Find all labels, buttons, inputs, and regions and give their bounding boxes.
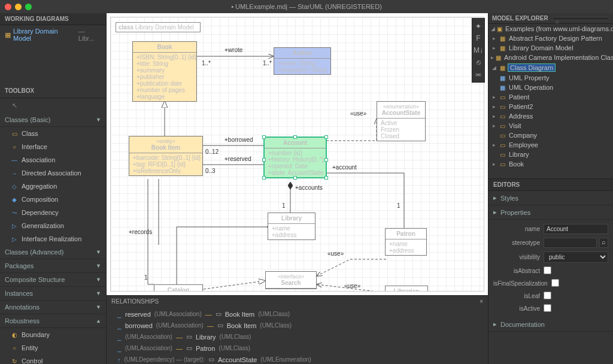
svg-text:«use»: «use» [350, 110, 367, 117]
class-icon: ▭ [11, 131, 18, 137]
ireal-icon: ▷ [11, 236, 18, 242]
prop-visibility-select[interactable]: public [544, 251, 608, 263]
svg-text:+records: +records [129, 229, 152, 235]
class-library[interactable]: Library +name +address [268, 213, 315, 240]
tb-generalization[interactable]: ▷Generalization [0, 219, 106, 232]
toolbox-section-annotations[interactable]: Annotations▼ [0, 301, 106, 314]
puzzle-icon[interactable]: ✦ [475, 22, 481, 31]
svg-text:+accounts: +accounts [295, 184, 323, 191]
prop-name-input[interactable] [544, 224, 608, 234]
tb-interface-realization[interactable]: ▷Interface Realization [0, 232, 106, 245]
svg-text:0..12: 0..12 [205, 148, 219, 155]
tree-item[interactable]: ▸▭Visit [488, 121, 613, 131]
tb-dependency[interactable]: ⤳Dependency [0, 206, 106, 219]
tree-item[interactable]: ▸▭Book [488, 159, 613, 169]
toolbox-section-basic[interactable]: Classes (Basic)▼ [0, 113, 106, 127]
class-book[interactable]: Book +ISBN: String[0..1] {id} +title: St… [132, 41, 197, 102]
editors-title: EDITORS [488, 179, 613, 191]
toolbox-section-robustness[interactable]: Robustness▲ [0, 314, 106, 328]
model-explorer-search[interactable] [552, 17, 609, 20]
tb-directed-association[interactable]: →Directed Association [0, 166, 106, 180]
tree-item[interactable]: ▸▦Android Camera Implementation Class [488, 53, 613, 62]
assoc-icon: — [11, 157, 18, 163]
prop-isfinal-check[interactable] [551, 279, 559, 287]
interface-search[interactable]: «interface»Search [265, 271, 317, 289]
class-book-item[interactable]: «entity»Book Item +barcode: String[0..1]… [129, 136, 203, 176]
share-icon[interactable]: ⫘ [475, 70, 482, 78]
svg-text:+account: +account [332, 164, 357, 171]
rel-row[interactable]: ⎯reserved(UMLAssociation)—▭Book Item(UML… [107, 308, 488, 320]
boundary-icon: ◐ [11, 332, 18, 338]
working-diagrams-title: WORKING DIAGRAMS [0, 13, 106, 25]
prop-isabstract-check[interactable] [544, 266, 551, 274]
titlebar: • UMLExample.mdj — StarUML (UNREGISTERED… [0, 0, 613, 13]
svg-line-17 [204, 281, 265, 289]
md-icon[interactable]: M↓ [474, 46, 483, 54]
link-icon[interactable]: ⎋ [477, 58, 481, 66]
tb-association[interactable]: —Association [0, 153, 106, 166]
model-explorer-tree: ◢▣Examples (from www.uml-diagrams.org) ▸… [488, 24, 613, 178]
tb-control[interactable]: ↻Control [0, 354, 106, 364]
stereo-search-button[interactable]: ⌕ [599, 238, 608, 248]
class-account[interactable]: Account +number {id} +history: History[0… [264, 137, 326, 178]
tree-item[interactable]: ▸▦Library Domain Model [488, 43, 613, 53]
prop-isleaf-check[interactable] [544, 292, 551, 299]
toolbox-section-composite[interactable]: Composite Structure▼ [0, 273, 106, 287]
traffic-lights[interactable] [5, 4, 32, 10]
center: class Library Domain Model +wrote 1..* 1… [107, 13, 488, 364]
enum-account-state[interactable]: «enumeration»AccountState Active Frozen … [377, 101, 426, 141]
tree-item[interactable]: ▸▦Abstract Factory Design Pattern [488, 34, 613, 43]
tree-item[interactable]: ▸▭Address [488, 111, 613, 121]
tb-class[interactable]: ▭Class [0, 127, 106, 140]
tree-item[interactable]: ▦UML Property [488, 73, 613, 83]
tree-item[interactable]: ▦UML Operation [488, 83, 613, 92]
svg-text:0..3: 0..3 [205, 168, 216, 174]
svg-text:+wrote: +wrote [224, 47, 243, 53]
comp-icon: ◆ [11, 196, 18, 203]
gen-icon: ▷ [11, 223, 18, 229]
working-diagram-item[interactable]: ▦ Library Domain Model — Libr... [0, 25, 106, 44]
diagram-frame-label: class Library Domain Model [116, 22, 201, 32]
relationships-panel: RELATIONSHIPS × ⎯reserved(UMLAssociation… [107, 295, 488, 364]
tree-item[interactable]: ▭Library [488, 150, 613, 159]
tb-entity[interactable]: ○Entity [0, 341, 106, 354]
prop-stereo-input[interactable] [544, 238, 597, 248]
tree-item[interactable]: ▸▭Employee [488, 140, 613, 150]
left-sidebar: WORKING DIAGRAMS ▦ Library Domain Model … [0, 13, 107, 364]
toolbox-section-instances[interactable]: Instances▼ [0, 287, 106, 301]
tree-item[interactable]: ▭Company [488, 131, 613, 140]
interface-icon: ○ [11, 144, 18, 150]
editors-properties[interactable]: ▸Properties [488, 205, 613, 220]
rel-row[interactable]: ↑(UMLDependency) — (target):▭AccountStat… [107, 354, 488, 364]
window-title: • UMLExample.mdj — StarUML (UNREGISTERED… [0, 3, 613, 10]
tree-item[interactable]: ▸▭Patient [488, 92, 613, 102]
toolbox-section-packages[interactable]: Packages▼ [0, 259, 106, 273]
right-iconbar: ✦ F M↓ ⎋ ⫘ [472, 18, 485, 83]
rel-row[interactable]: ⎯(UMLAssociation)—▭Library(UMLClass) [107, 331, 488, 342]
class-librarian[interactable]: Librarian [385, 286, 428, 291]
prop-isactive-check[interactable] [544, 304, 551, 312]
svg-text:1: 1 [397, 202, 400, 209]
tree-root[interactable]: ◢▣Examples (from www.uml-diagrams.org) [488, 24, 613, 34]
entity-icon: ○ [11, 345, 18, 351]
toolbox-section-advanced[interactable]: Classes (Advanced)▼ [0, 245, 106, 259]
tb-aggregation[interactable]: ◇Aggregation [0, 180, 106, 193]
rel-row[interactable]: ⎯borrowed(UMLAssociation)—▭Book Item(UML… [107, 320, 488, 331]
class-catalog[interactable]: Catalog [154, 284, 203, 291]
tree-item[interactable]: ▸▭Patient2 [488, 102, 613, 111]
editors-styles[interactable]: ▸Styles [488, 191, 613, 205]
font-icon[interactable]: F [476, 34, 480, 43]
relationships-close[interactable]: × [480, 298, 483, 305]
tree-item-selected[interactable]: ◢▦Class Diagram [488, 62, 613, 73]
tb-boundary[interactable]: ◐Boundary [0, 328, 106, 341]
model-explorer-title: MODEL EXPLORER [492, 15, 548, 22]
tb-interface[interactable]: ○Interface [0, 140, 106, 153]
class-patron[interactable]: Patron +name +address [385, 228, 427, 256]
diagram-canvas[interactable]: class Library Domain Model +wrote 1..* 1… [111, 17, 484, 291]
editors-documentation[interactable]: ▸Documentation [488, 317, 613, 332]
svg-text:+borrowed: +borrowed [224, 136, 253, 143]
rel-row[interactable]: ⎯(UMLAssociation)—▭Patron(UMLClass) [107, 342, 488, 354]
tb-composition[interactable]: ◆Composition [0, 193, 106, 206]
toolbox-select[interactable]: ↖ [0, 98, 106, 113]
class-author[interactable]: Author +name: String +biography: String [274, 47, 331, 75]
